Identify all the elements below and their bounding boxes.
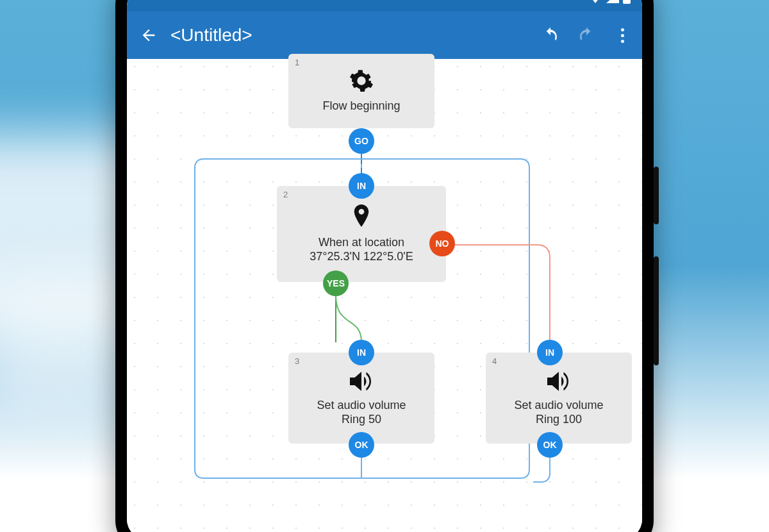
port-in-2[interactable]: IN xyxy=(349,173,374,199)
undo-button[interactable] xyxy=(540,24,561,46)
pin-icon xyxy=(352,204,371,230)
port-label: OK xyxy=(543,440,557,450)
port-label: IN xyxy=(357,347,366,358)
flow-canvas[interactable]: 1 Flow beginning GO 2 When at location 3… xyxy=(127,59,642,532)
flow-node-volume-100[interactable]: 4 Set audio volume Ring 100 xyxy=(486,353,632,444)
port-label: IN xyxy=(545,347,554,358)
page-title: <Untitled> xyxy=(170,25,540,46)
phone-screen: <Untitled> xyxy=(127,0,642,532)
node-title: When at location xyxy=(318,235,404,250)
port-in-4[interactable]: IN xyxy=(537,340,563,365)
phone-side-button-1 xyxy=(654,167,659,224)
svg-rect-0 xyxy=(623,0,631,4)
more-vert-icon xyxy=(621,28,624,43)
port-go[interactable]: GO xyxy=(349,128,374,154)
node-number: 4 xyxy=(492,356,497,366)
node-title: Set audio volume xyxy=(514,398,603,413)
port-yes[interactable]: YES xyxy=(323,270,349,296)
port-in-3[interactable]: IN xyxy=(349,340,374,365)
node-number: 2 xyxy=(283,190,288,199)
node-number: 1 xyxy=(295,58,299,67)
phone-side-button-2 xyxy=(654,256,659,365)
overflow-menu-button[interactable] xyxy=(611,24,633,46)
flow-node-beginning[interactable]: 1 Flow beginning xyxy=(288,54,434,128)
node-subtitle: Ring 50 xyxy=(342,413,381,426)
port-label: IN xyxy=(357,181,366,191)
redo-button[interactable] xyxy=(575,24,597,46)
node-title: Flow beginning xyxy=(322,99,400,113)
signal-icon xyxy=(606,0,619,6)
flow-node-volume-50[interactable]: 3 Set audio volume Ring 50 xyxy=(288,353,434,444)
battery-icon xyxy=(623,0,631,6)
node-title: Set audio volume xyxy=(317,398,406,413)
port-label: NO xyxy=(436,238,449,249)
app-bar-actions xyxy=(540,24,633,46)
wifi-icon xyxy=(588,0,602,6)
port-ok-4[interactable]: OK xyxy=(537,432,563,458)
speaker-icon xyxy=(545,370,572,393)
port-label: YES xyxy=(327,278,345,288)
port-no[interactable]: NO xyxy=(429,231,455,256)
port-ok-3[interactable]: OK xyxy=(349,432,374,458)
back-button[interactable] xyxy=(136,22,161,48)
gear-icon xyxy=(349,68,374,94)
port-label: OK xyxy=(355,440,368,450)
speaker-icon xyxy=(348,370,375,393)
node-number: 3 xyxy=(295,356,299,366)
node-subtitle: 37°25.3'N 122°5.0'E xyxy=(310,250,413,263)
flow-node-location[interactable]: 2 When at location 37°25.3'N 122°5.0'E xyxy=(277,186,446,282)
phone-frame: <Untitled> xyxy=(115,0,654,532)
node-subtitle: Ring 100 xyxy=(536,413,582,426)
app-bar: <Untitled> xyxy=(127,12,642,59)
connector-wires xyxy=(127,59,642,532)
status-bar xyxy=(127,0,642,12)
port-label: GO xyxy=(354,136,368,146)
